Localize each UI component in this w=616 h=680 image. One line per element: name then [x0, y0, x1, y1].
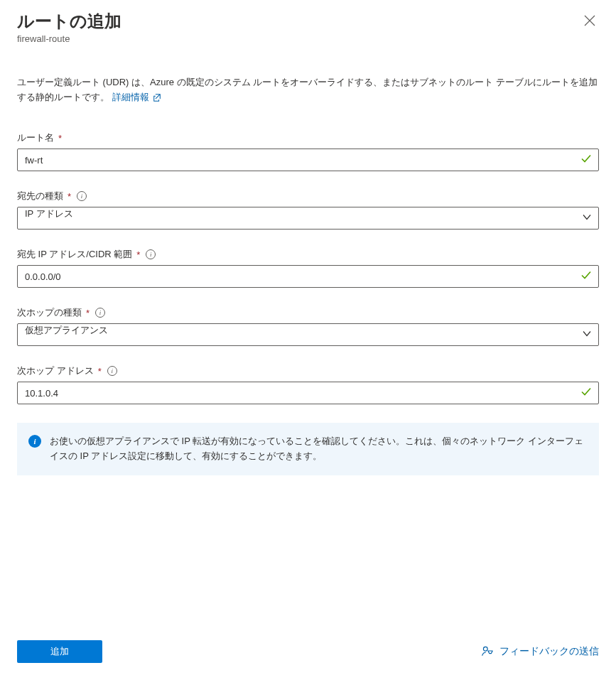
route-name-input-wrap — [17, 149, 599, 171]
info-banner: i お使いの仮想アプライアンスで IP 転送が有効になっていることを確認してくだ… — [17, 423, 599, 475]
feedback-link[interactable]: フィードバックの送信 — [481, 644, 599, 659]
close-icon — [583, 14, 596, 27]
required-asterisk: * — [67, 191, 71, 202]
field-route-name: ルート名* — [17, 131, 599, 171]
next-hop-type-select[interactable]: 仮想アプライアンス — [17, 323, 599, 346]
feedback-label: フィードバックの送信 — [499, 645, 599, 658]
learn-more-label: 詳細情報 — [112, 92, 149, 102]
required-asterisk: * — [98, 366, 102, 377]
title-block: ルートの追加 firewall-route — [17, 11, 121, 44]
required-asterisk: * — [58, 133, 62, 144]
feedback-icon — [481, 644, 494, 659]
info-icon[interactable]: i — [95, 308, 105, 318]
panel-footer: 追加 フィードバックの送信 — [17, 632, 599, 680]
next-hop-addr-label-row: 次ホップ アドレス* i — [17, 365, 599, 377]
dest-type-label: 宛先の種類 — [17, 190, 63, 203]
form: ルート名* 宛先の種類* i IP アドレス — [17, 131, 599, 632]
close-button[interactable] — [580, 11, 599, 30]
route-name-input[interactable] — [17, 149, 599, 171]
required-asterisk: * — [136, 249, 140, 260]
next-hop-type-select-wrap: 仮想アプライアンス — [17, 323, 599, 346]
page-title: ルートの追加 — [17, 11, 121, 32]
dest-cidr-label: 宛先 IP アドレス/CIDR 範囲 — [17, 248, 132, 261]
external-link-icon — [153, 92, 161, 107]
svg-point-0 — [483, 647, 487, 651]
dest-cidr-label-row: 宛先 IP アドレス/CIDR 範囲* i — [17, 248, 599, 261]
field-next-hop-addr: 次ホップ アドレス* i — [17, 365, 599, 404]
dest-cidr-input[interactable] — [17, 265, 599, 288]
dest-type-select[interactable]: IP アドレス — [17, 207, 599, 230]
dest-type-label-row: 宛先の種類* i — [17, 190, 599, 203]
next-hop-type-label: 次ホップの種類 — [17, 306, 82, 319]
add-route-panel: ルートの追加 firewall-route ユーザー定義ルート (UDR) は、… — [0, 0, 616, 680]
field-next-hop-type: 次ホップの種類* i 仮想アプライアンス — [17, 306, 599, 346]
page-subtitle: firewall-route — [17, 33, 121, 44]
route-name-label: ルート名 — [17, 131, 54, 144]
next-hop-type-label-row: 次ホップの種類* i — [17, 306, 599, 319]
panel-header: ルートの追加 firewall-route — [17, 11, 599, 44]
add-button[interactable]: 追加 — [17, 640, 102, 663]
description-text: ユーザー定義ルート (UDR) は、Azure の既定のシステム ルートをオーバ… — [17, 77, 598, 102]
info-icon[interactable]: i — [146, 249, 156, 259]
dest-type-select-wrap: IP アドレス — [17, 207, 599, 230]
info-banner-text: お使いの仮想アプライアンスで IP 転送が有効になっていることを確認してください… — [50, 434, 588, 464]
next-hop-addr-input-wrap — [17, 382, 599, 404]
field-dest-cidr: 宛先 IP アドレス/CIDR 範囲* i — [17, 248, 599, 288]
info-icon[interactable]: i — [77, 191, 87, 201]
required-asterisk: * — [86, 308, 90, 318]
next-hop-addr-label: 次ホップ アドレス — [17, 365, 94, 377]
info-banner-icon: i — [28, 435, 41, 448]
description-block: ユーザー定義ルート (UDR) は、Azure の既定のシステム ルートをオーバ… — [17, 75, 599, 107]
route-name-label-row: ルート名* — [17, 131, 599, 144]
field-dest-type: 宛先の種類* i IP アドレス — [17, 190, 599, 230]
dest-cidr-input-wrap — [17, 265, 599, 288]
learn-more-link[interactable]: 詳細情報 — [112, 92, 162, 102]
info-icon[interactable]: i — [107, 366, 117, 376]
next-hop-addr-input[interactable] — [17, 382, 599, 404]
